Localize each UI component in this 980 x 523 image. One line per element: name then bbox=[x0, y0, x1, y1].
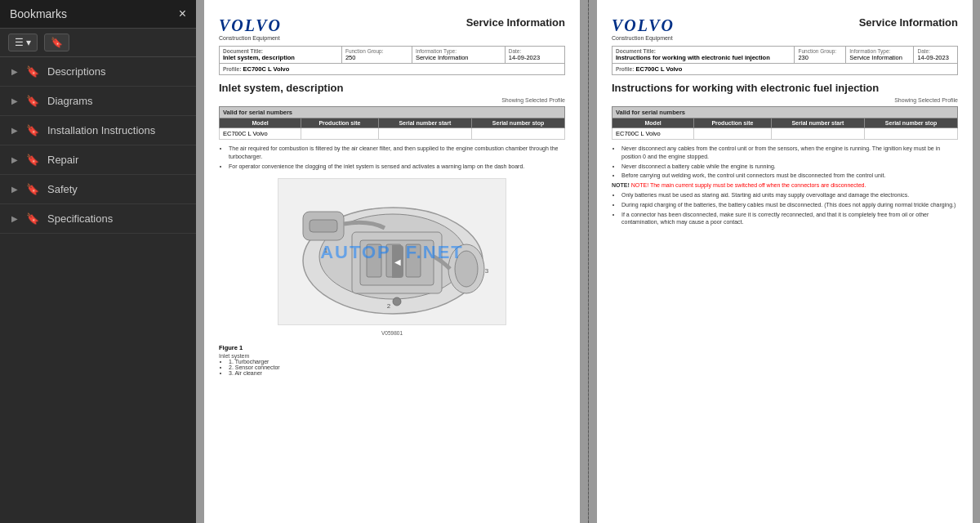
list-item: 3. Air cleaner bbox=[229, 370, 565, 376]
bookmark-nav-icon: 🔖 bbox=[26, 154, 39, 166]
bookmark-button[interactable]: 🔖 bbox=[44, 34, 69, 51]
repair-label: Repair bbox=[47, 154, 78, 166]
date-label-2: Date: bbox=[917, 48, 954, 54]
list-item: During rapid charging of the batteries, … bbox=[621, 201, 958, 209]
info-type-value-2: Service Information bbox=[849, 54, 910, 61]
safety-label: Safety bbox=[47, 183, 78, 195]
serial-table-1: Valid for serial numbers Model Productio… bbox=[219, 106, 565, 140]
list-item: For operator convenience the clogging of… bbox=[229, 163, 565, 171]
volvo-subtitle-1: Construction Equipment bbox=[219, 35, 282, 41]
doc-info-table-2: Document Title: Instructions for working… bbox=[612, 46, 958, 75]
list-item: If a connector has been disconnected, ma… bbox=[621, 211, 958, 227]
row-stop-2 bbox=[865, 128, 958, 140]
note-text: NOTE! The main current supply must be sw… bbox=[631, 182, 866, 188]
list-item: NOTE! NOTE! The main current supply must… bbox=[612, 181, 958, 190]
sidebar-item-installation-instructions[interactable]: ▶ 🔖 Installation Instructions bbox=[0, 116, 196, 145]
sidebar-header: Bookmarks × bbox=[0, 0, 196, 29]
figure-sub-1: Inlet system bbox=[219, 353, 565, 359]
showing-profile-2: Showing Selected Profile bbox=[612, 97, 958, 103]
expand-arrow-icon: ▶ bbox=[11, 185, 18, 194]
svg-rect-3 bbox=[310, 220, 337, 232]
sidebar-toolbar: ☰ ▾ 🔖 bbox=[0, 29, 196, 57]
profile-value-1: EC700C L Volvo bbox=[243, 65, 290, 73]
profile-label-2: Profile: bbox=[616, 66, 634, 72]
valid-serial-header-1: Valid for serial numbers bbox=[220, 107, 565, 118]
bookmark-nav-icon: 🔖 bbox=[26, 65, 39, 78]
page1-header: VOLVO Construction Equipment Service Inf… bbox=[219, 16, 565, 41]
svg-text:2: 2 bbox=[387, 302, 391, 310]
main-content: ◀ VOLVO Construction Equipment Service I… bbox=[196, 0, 980, 523]
expand-arrow-icon: ▶ bbox=[11, 96, 18, 105]
page1-title: Inlet system, description bbox=[219, 82, 565, 94]
sidebar: Bookmarks × ☰ ▾ 🔖 ▶ 🔖 Descriptions ▶ 🔖 D… bbox=[0, 0, 196, 523]
expand-arrow-icon: ▶ bbox=[11, 214, 18, 223]
svg-point-14 bbox=[393, 297, 401, 306]
list-item: Never disconnect a battery cable while t… bbox=[621, 163, 958, 171]
service-info-title-1: Service Information bbox=[466, 16, 565, 29]
row-start-1 bbox=[378, 128, 472, 140]
note-box: NOTE! NOTE! The main current supply must… bbox=[612, 181, 958, 190]
row-model-1: EC700C L Volvo bbox=[220, 128, 301, 140]
sidebar-item-safety[interactable]: ▶ 🔖 Safety bbox=[0, 175, 196, 204]
date-value-2: 14-09-2023 bbox=[917, 54, 954, 61]
doc-title-label-2: Document Title: bbox=[616, 48, 791, 54]
func-group-label-2: Function Group: bbox=[798, 48, 842, 54]
collapse-sidebar-button[interactable]: ◀ bbox=[392, 245, 403, 278]
service-info-title-2: Service Information bbox=[859, 16, 958, 29]
list-item: Before carrying out welding work, the co… bbox=[621, 172, 958, 180]
col-serial-stop-2: Serial number stop bbox=[865, 118, 958, 128]
profile-label-1: Profile: bbox=[223, 66, 241, 72]
sidebar-item-specifications[interactable]: ▶ 🔖 Specifications bbox=[0, 204, 196, 234]
volvo-logo-2: VOLVO bbox=[612, 16, 675, 35]
bookmark-nav-icon: 🔖 bbox=[26, 95, 39, 107]
page-wrapper: VOLVO Construction Equipment Service Inf… bbox=[196, 0, 980, 523]
diagrams-label: Diagrams bbox=[47, 95, 93, 107]
info-type-value-1: Service Information bbox=[416, 54, 501, 61]
page2-header: VOLVO Construction Equipment Service Inf… bbox=[612, 16, 958, 41]
specifications-label: Specifications bbox=[47, 212, 113, 225]
doc-title-label-1: Document Title: bbox=[223, 48, 338, 54]
figure-caption-1: Figure 1 bbox=[219, 344, 565, 351]
sidebar-item-diagrams[interactable]: ▶ 🔖 Diagrams bbox=[0, 87, 196, 116]
sidebar-navigation: ▶ 🔖 Descriptions ▶ 🔖 Diagrams ▶ 🔖 Instal… bbox=[0, 57, 196, 523]
func-group-label-1: Function Group: bbox=[345, 48, 408, 54]
row-prod-1 bbox=[301, 128, 378, 140]
doc-info-table-1: Document Title: Inlet system, descriptio… bbox=[219, 46, 565, 75]
installation-instructions-label: Installation Instructions bbox=[47, 124, 155, 136]
bookmark-icon: 🔖 bbox=[51, 37, 63, 48]
bookmark-nav-icon: 🔖 bbox=[26, 124, 39, 136]
sidebar-item-descriptions[interactable]: ▶ 🔖 Descriptions bbox=[0, 57, 196, 87]
showing-profile-1: Showing Selected Profile bbox=[219, 97, 565, 103]
bullet-list-2: Never disconnect any cables from the con… bbox=[621, 145, 958, 226]
row-start-2 bbox=[771, 128, 865, 140]
bookmark-nav-icon: 🔖 bbox=[26, 183, 39, 195]
page-2: VOLVO Construction Equipment Service Inf… bbox=[597, 0, 973, 523]
page-divider bbox=[588, 0, 589, 523]
profile-value-2: EC700C L Volvo bbox=[636, 65, 683, 73]
list-item: The air required for combustion is filte… bbox=[229, 145, 565, 161]
menu-button[interactable]: ☰ ▾ bbox=[8, 34, 38, 51]
volvo-logo-1: VOLVO bbox=[219, 16, 282, 35]
col-model-1: Model bbox=[220, 118, 301, 128]
date-label-1: Date: bbox=[509, 48, 561, 54]
serial-table-2: Valid for serial numbers Model Productio… bbox=[612, 106, 958, 140]
expand-arrow-icon: ▶ bbox=[11, 126, 18, 135]
col-serial-start-2: Serial number start bbox=[771, 118, 865, 128]
func-group-value-2: 230 bbox=[798, 54, 842, 61]
bookmark-nav-icon: 🔖 bbox=[26, 212, 39, 225]
list-item: Only batteries must be used as staring a… bbox=[621, 191, 958, 199]
doc-title-value-2: Instructions for working with electronic… bbox=[616, 54, 791, 61]
col-model-2: Model bbox=[612, 118, 694, 128]
sidebar-item-repair[interactable]: ▶ 🔖 Repair bbox=[0, 145, 196, 175]
figure-list-1: 1. Turbocharger 2. Sensor connector 3. A… bbox=[229, 359, 565, 376]
expand-arrow-icon: ▶ bbox=[11, 155, 18, 164]
note-label: NOTE! bbox=[612, 182, 630, 188]
image-label-1: V059801 bbox=[219, 330, 565, 336]
list-item: Never disconnect any cables from the con… bbox=[621, 145, 958, 161]
svg-text:3: 3 bbox=[485, 267, 489, 275]
doc-title-value-1: Inlet system, description bbox=[223, 54, 338, 61]
close-button[interactable]: × bbox=[179, 7, 186, 21]
col-prod-site-1: Production site bbox=[301, 118, 378, 128]
list-item: 1. Turbocharger bbox=[229, 359, 565, 364]
row-prod-2 bbox=[694, 128, 771, 140]
